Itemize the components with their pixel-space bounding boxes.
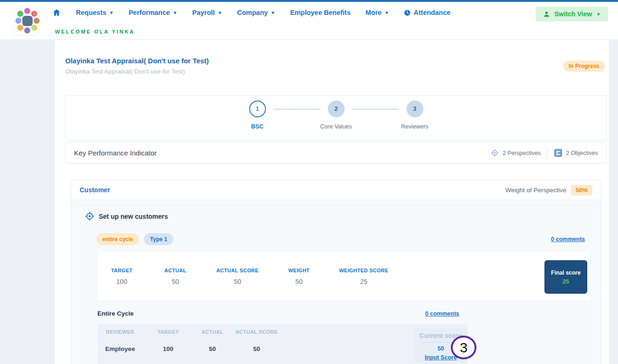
nav-label: Performance xyxy=(129,9,170,16)
weight-value-badge: 50% xyxy=(571,185,592,195)
nav-label: More xyxy=(366,9,382,16)
nav-label: Payroll xyxy=(192,9,215,16)
switch-view-label: Switch View xyxy=(554,10,592,18)
step-core-values: 2 Core Values xyxy=(328,101,345,117)
nav-item-requests[interactable]: Requests ▼ xyxy=(76,9,114,16)
nav-item-attendance[interactable]: Attendance xyxy=(404,9,450,16)
column-header: REVIEWER xyxy=(97,329,143,335)
nav-item-company[interactable]: Company ▼ xyxy=(237,9,275,16)
app-header: Requests ▼ Performance ▼ Payroll ▼ Compa… xyxy=(0,2,618,40)
reviewer-col: ACTUAL 50 xyxy=(193,329,231,352)
nav-label: Requests xyxy=(76,9,106,16)
column-value: 50 xyxy=(271,278,327,285)
perspective-name: Customer xyxy=(80,186,110,194)
tags: entire cycle Type 1 xyxy=(96,233,173,245)
nav-label: Attendance xyxy=(414,9,450,16)
stepper: 1 BSC 2 Core Values 3 Reviewers xyxy=(66,96,606,117)
perspective-header: Customer Weight of Perspective 50% xyxy=(71,180,601,200)
perspective-weight: Weight of Perspective 50% xyxy=(505,185,592,195)
column-header: TARGET xyxy=(97,268,146,273)
final-score-box: Final score 25 xyxy=(544,260,587,294)
column-header: WEIGHTED SCORE xyxy=(327,268,400,273)
step-label-bsc: BSC xyxy=(251,121,263,130)
column-header: TARGET xyxy=(143,329,193,335)
cycle-header-row: Entire Cycle 0 comments xyxy=(97,310,468,317)
cell-value: 50 xyxy=(231,345,282,352)
logo-dot xyxy=(24,8,30,14)
objective-title: Set up new customers xyxy=(99,213,168,220)
column-value: 50 xyxy=(146,278,204,285)
reviewer-score-panel: REVIEWER Employee TARGET 100 ACTUAL 50 xyxy=(97,324,468,364)
column-value: 50 xyxy=(204,278,271,285)
column-value: 100 xyxy=(97,278,146,285)
logo-dot xyxy=(31,11,37,17)
column-header: WEIGHT xyxy=(271,268,327,273)
step-circle-1[interactable]: 1 xyxy=(249,101,266,117)
logo-dot xyxy=(34,18,40,24)
chevron-down-icon: ▼ xyxy=(596,12,601,17)
final-score-label: Final score xyxy=(551,270,580,276)
cycle-comments-link[interactable]: 0 comments xyxy=(425,310,459,317)
user-icon xyxy=(543,11,550,18)
score-summary-table: TARGET 100 ACTUAL 50 ACTUAL SCORE 50 W xyxy=(97,268,590,285)
stepper-card: 1 BSC 2 Core Values 3 Reviewers xyxy=(65,95,607,141)
step-connector xyxy=(352,108,399,110)
step-label-core-values: Core Values xyxy=(320,121,352,130)
score-col-weight: WEIGHT 50 xyxy=(271,268,327,285)
cell-value: 100 xyxy=(143,345,193,352)
objectives-count: 2 Objectives xyxy=(554,149,598,157)
score-col-weighted-score: WEIGHTED SCORE 25 xyxy=(327,268,400,285)
score-summary-card: TARGET 100 ACTUAL 50 ACTUAL SCORE 50 W xyxy=(97,252,590,301)
logo-dot xyxy=(31,25,37,31)
app-logo[interactable] xyxy=(14,6,40,35)
nav-label: Employee Benefits xyxy=(290,9,351,16)
switch-view-button[interactable]: Switch View ▼ xyxy=(536,7,608,21)
page-header: Olayinka Test Appraisal( Don't use for T… xyxy=(65,40,607,75)
step-bsc: 1 BSC xyxy=(249,101,266,117)
chevron-down-icon: ▼ xyxy=(384,11,389,15)
chevron-down-icon: ▼ xyxy=(217,11,222,15)
reviewer-col: REVIEWER Employee xyxy=(97,329,143,352)
score-col-actual: ACTUAL 50 xyxy=(146,268,204,285)
divider xyxy=(547,149,548,157)
page-subtitle: Olayinka Test Appraisal( Don't use for T… xyxy=(65,68,607,75)
target-icon xyxy=(85,211,95,221)
step-circle-3[interactable]: 3 xyxy=(407,101,423,117)
main-content: Olayinka Test Appraisal( Don't use for T… xyxy=(55,40,609,364)
column-header: ACTUAL xyxy=(146,268,204,273)
nav-item-performance[interactable]: Performance ▼ xyxy=(129,9,177,16)
step-reviewers: 3 Reviewers xyxy=(407,101,423,117)
nav-item-employee-benefits[interactable]: Employee Benefits xyxy=(290,9,351,16)
step-circle-2[interactable]: 2 xyxy=(328,101,345,117)
logo-dot xyxy=(15,18,21,24)
cycle-title: Entire Cycle xyxy=(97,310,134,317)
logo-dot xyxy=(24,27,30,34)
chevron-down-icon: ▼ xyxy=(173,11,177,15)
cell-value: 50 xyxy=(193,345,231,352)
column-header: ACTUAL SCORE xyxy=(204,268,271,273)
objective-title-row: Set up new customers xyxy=(71,211,601,221)
main-nav: Requests ▼ Performance ▼ Payroll ▼ Compa… xyxy=(52,8,450,17)
cell-value: Employee xyxy=(97,345,143,352)
chevron-down-icon: ▼ xyxy=(109,11,114,15)
logo-dot xyxy=(17,25,23,31)
logo-dot xyxy=(17,11,23,17)
input-score-link[interactable]: Input Score xyxy=(425,354,457,361)
kpi-title: Key Performance Indicator xyxy=(74,149,157,157)
objectives-list-icon xyxy=(554,149,562,157)
comments-link[interactable]: 0 comments xyxy=(551,236,585,243)
perspective-body: Set up new customers entire cycle Type 1… xyxy=(71,200,601,364)
nav-label: Company xyxy=(237,9,268,16)
welcome-text: WELCOME OLA YINKA xyxy=(55,29,135,34)
step-connector xyxy=(273,108,320,110)
status-badge: In Progress xyxy=(563,61,605,72)
column-value: 25 xyxy=(327,278,400,285)
nav-item-payroll[interactable]: Payroll ▼ xyxy=(192,9,222,16)
nav-item-more[interactable]: More ▼ xyxy=(366,9,389,16)
score-col-actual-score: ACTUAL SCORE 50 xyxy=(204,268,271,285)
step-label-reviewers: Reviewers xyxy=(401,121,428,130)
reviewer-col: TARGET 100 xyxy=(143,329,193,352)
score-col-target: TARGET 100 xyxy=(97,268,146,285)
logo-center xyxy=(22,16,33,26)
home-icon[interactable] xyxy=(52,8,61,17)
